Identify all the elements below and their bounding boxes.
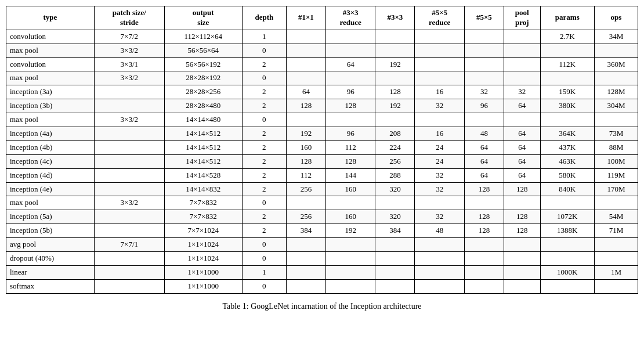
cell-1x1 (286, 57, 325, 71)
cell-depth: 0 (242, 71, 286, 85)
table-row: inception (3b)28×28×48021281281923296643… (6, 99, 638, 113)
cell-pool: 64 (504, 140, 540, 154)
cell-patch (94, 279, 164, 293)
cell-5x5r (415, 57, 465, 71)
cell-params (540, 113, 594, 127)
cell-depth: 2 (242, 127, 286, 141)
table-row: max pool3×3/214×14×4800 (6, 113, 638, 127)
cell-pool: 128 (504, 224, 540, 238)
cell-5x5r: 16 (415, 85, 465, 99)
cell-ops (594, 279, 638, 293)
col-header-5x5r: #5×5reduce (415, 6, 465, 30)
cell-1x1: 384 (286, 224, 325, 238)
col-header-params: params (540, 6, 594, 30)
cell-type: inception (3b) (6, 99, 95, 113)
cell-type: inception (4e) (6, 182, 95, 196)
table-row: max pool3×3/256×56×640 (6, 44, 638, 57)
cell-5x5r (415, 265, 465, 279)
cell-3x3 (375, 279, 415, 293)
cell-5x5r (415, 44, 465, 57)
col-header-pool: poolproj (504, 6, 540, 30)
cell-output: 7×7×832 (164, 210, 242, 224)
cell-type: max pool (6, 71, 95, 85)
cell-patch: 3×3/2 (94, 196, 164, 210)
cell-3x3 (375, 71, 415, 85)
cell-patch (94, 168, 164, 182)
cell-3x3r: 160 (325, 210, 375, 224)
cell-3x3: 288 (375, 168, 415, 182)
cell-3x3: 224 (375, 140, 415, 154)
cell-depth: 0 (242, 279, 286, 293)
cell-3x3: 320 (375, 210, 415, 224)
cell-type: max pool (6, 113, 95, 127)
cell-5x5: 64 (464, 154, 504, 168)
cell-params: 840K (540, 182, 594, 196)
cell-ops: 360M (594, 57, 638, 71)
table-row: convolution7×7/2112×112×6412.7K34M (6, 30, 638, 44)
table-row: max pool3×3/27×7×8320 (6, 196, 638, 210)
cell-3x3r: 128 (325, 99, 375, 113)
cell-pool: 64 (504, 99, 540, 113)
cell-depth: 2 (242, 85, 286, 99)
cell-1x1: 256 (286, 182, 325, 196)
cell-depth: 1 (242, 265, 286, 279)
cell-1x1: 64 (286, 85, 325, 99)
col-header-3x3: #3×3 (375, 6, 415, 30)
cell-params: 580K (540, 168, 594, 182)
table-row: inception (3a)28×28×25626496128163232159… (6, 85, 638, 99)
cell-3x3: 192 (375, 99, 415, 113)
cell-params: 1388K (540, 224, 594, 238)
cell-5x5 (464, 30, 504, 44)
cell-ops (594, 252, 638, 266)
table-row: dropout (40%)1×1×10240 (6, 252, 638, 266)
cell-type: softmax (6, 279, 95, 293)
cell-pool: 128 (504, 210, 540, 224)
cell-output: 14×14×512 (164, 140, 242, 154)
cell-pool (504, 44, 540, 57)
cell-3x3 (375, 265, 415, 279)
cell-output: 14×14×512 (164, 154, 242, 168)
cell-5x5 (464, 113, 504, 127)
cell-output: 56×56×192 (164, 57, 242, 71)
cell-5x5: 96 (464, 99, 504, 113)
cell-pool: 64 (504, 127, 540, 141)
cell-patch (94, 140, 164, 154)
cell-3x3r (325, 44, 375, 57)
cell-depth: 2 (242, 182, 286, 196)
cell-patch: 3×3/2 (94, 113, 164, 127)
cell-ops: 100M (594, 154, 638, 168)
cell-5x5: 128 (464, 224, 504, 238)
cell-type: inception (5a) (6, 210, 95, 224)
cell-pool (504, 30, 540, 44)
cell-depth: 2 (242, 168, 286, 182)
cell-patch: 3×3/2 (94, 71, 164, 85)
cell-ops (594, 44, 638, 57)
cell-5x5: 32 (464, 85, 504, 99)
cell-ops: 1M (594, 265, 638, 279)
cell-pool (504, 71, 540, 85)
cell-3x3r (325, 279, 375, 293)
cell-5x5: 128 (464, 182, 504, 196)
col-header-ops: ops (594, 6, 638, 30)
cell-5x5 (464, 238, 504, 252)
cell-type: inception (4c) (6, 154, 95, 168)
cell-ops: 119M (594, 168, 638, 182)
cell-depth: 2 (242, 99, 286, 113)
col-header-output: outputsize (164, 6, 242, 30)
cell-patch (94, 99, 164, 113)
cell-5x5 (464, 44, 504, 57)
cell-5x5r (415, 30, 465, 44)
cell-pool (504, 238, 540, 252)
cell-patch (94, 210, 164, 224)
cell-3x3r (325, 113, 375, 127)
cell-pool (504, 57, 540, 71)
table-row: inception (4e)14×14×83222561603203212812… (6, 182, 638, 196)
cell-5x5r (415, 196, 465, 210)
cell-patch (94, 265, 164, 279)
cell-3x3r (325, 265, 375, 279)
cell-ops: 128M (594, 85, 638, 99)
cell-3x3r: 160 (325, 182, 375, 196)
table-row: inception (4d)14×14×52821121442883264645… (6, 168, 638, 182)
cell-params: 112K (540, 57, 594, 71)
cell-output: 1×1×1000 (164, 265, 242, 279)
